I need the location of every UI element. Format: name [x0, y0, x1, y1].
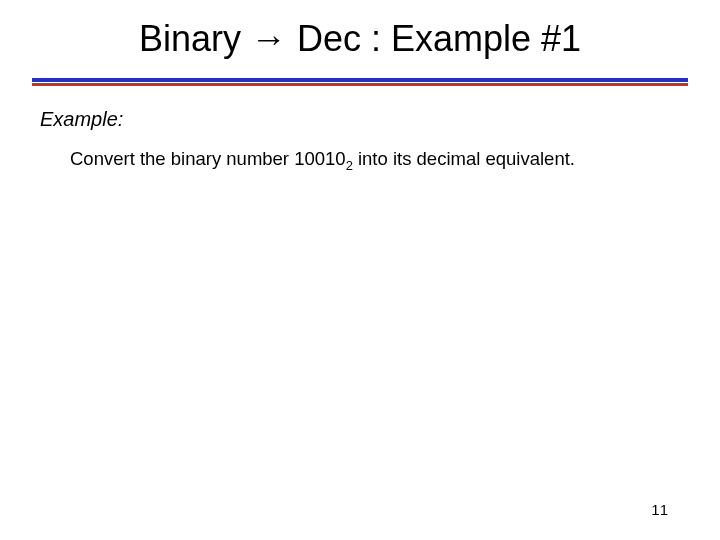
divider-red [32, 83, 688, 86]
body-text-pre: Convert the binary number 10010 [70, 148, 346, 169]
page-title: Binary → Dec : Example #1 [0, 18, 720, 60]
body-subscript: 2 [346, 158, 353, 173]
example-heading: Example: [40, 108, 123, 131]
page-number: 11 [651, 501, 668, 518]
divider-blue [32, 78, 688, 82]
slide: Binary → Dec : Example #1 Example: Conve… [0, 0, 720, 540]
example-body: Convert the binary number 100102 into it… [70, 148, 575, 173]
title-divider [32, 78, 688, 86]
body-text-post: into its decimal equivalent. [353, 148, 575, 169]
